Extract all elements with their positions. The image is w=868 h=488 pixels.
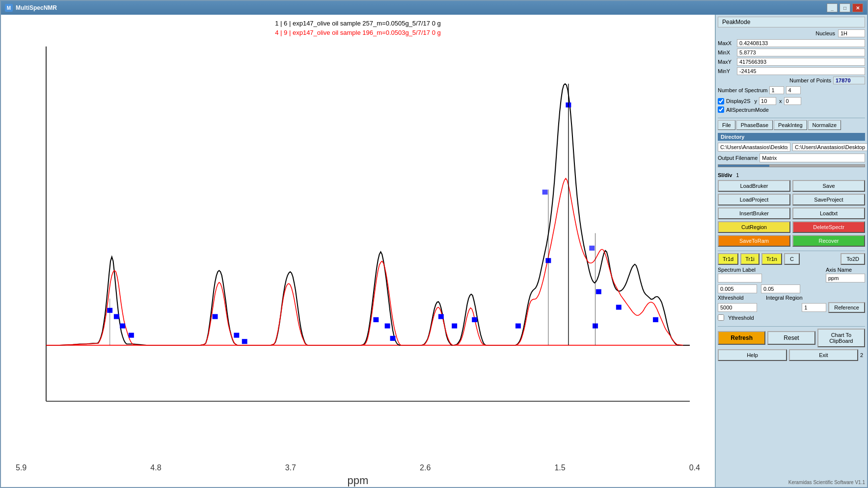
to2d-button[interactable]: To2D xyxy=(841,253,865,265)
minx-input[interactable] xyxy=(737,49,865,56)
maxx-label: MaxX xyxy=(718,40,735,46)
tr1i-button[interactable]: Tr1i xyxy=(740,253,760,265)
x-label-04: 0.4 xyxy=(689,463,700,472)
all-spectrum-checkbox[interactable] xyxy=(718,106,724,113)
sldiv-value: 1 xyxy=(736,172,739,178)
phase-base-menu[interactable]: PhaseBase xyxy=(736,120,773,130)
reference-input[interactable] xyxy=(802,303,826,312)
svg-rect-21 xyxy=(616,305,622,309)
progress-fill xyxy=(718,165,769,167)
recover-button[interactable]: Recover xyxy=(792,235,865,247)
version-num: 2 xyxy=(860,352,865,358)
xthreshold-row xyxy=(718,284,865,293)
maximize-button[interactable]: □ xyxy=(840,3,850,12)
label-row: Xthreshold Integral Region xyxy=(718,295,865,301)
reference-button[interactable]: Reference xyxy=(828,302,865,313)
right-panel: PeakMode Nucleus MaxX MinX MaxY MinY xyxy=(715,15,867,487)
directory-dropdown[interactable]: C:\Users\Anastasios\Desktop xyxy=(792,143,867,151)
output-label: Output Filename xyxy=(718,155,758,161)
ythreshold-row: Reference xyxy=(718,302,865,313)
svg-rect-17 xyxy=(515,323,521,328)
file-menu[interactable]: File xyxy=(718,120,735,130)
tr1n-button[interactable]: Tr1n xyxy=(761,253,782,265)
transform-row: Tr1d Tr1i Tr1n C To2D xyxy=(718,253,865,265)
minimize-button[interactable]: _ xyxy=(827,3,838,12)
normalize-menu[interactable]: Normalize xyxy=(808,120,841,130)
num-spectrum-label: Number of Spectrum xyxy=(718,87,767,93)
save-to-ram-button[interactable]: SaveToRam xyxy=(718,235,790,247)
maxx-input[interactable] xyxy=(737,39,865,47)
save-button[interactable]: Save xyxy=(792,180,865,192)
xthreshold-input[interactable] xyxy=(718,284,757,293)
chart-title-black: 1 | 6 | exp147_olive oil sample 257_m=0.… xyxy=(6,20,710,27)
svg-rect-11 xyxy=(373,317,379,322)
loadtxt-button[interactable]: Loadtxt xyxy=(792,207,865,219)
cut-delete-row: CutRegion DeleteSpectr xyxy=(718,221,865,233)
x-label-48: 4.8 xyxy=(150,463,161,472)
svg-rect-14 xyxy=(452,323,457,328)
output-input[interactable] xyxy=(760,154,865,162)
menu-bar: File PhaseBase PeakInteg Normalize xyxy=(718,120,865,130)
peak-integ-menu[interactable]: PeakInteg xyxy=(774,120,807,130)
insert-bruker-button[interactable]: InsertBruker xyxy=(718,207,790,219)
maxy-input[interactable] xyxy=(737,58,865,66)
sldiv-label: Sl/div xyxy=(718,172,732,178)
directory-input[interactable] xyxy=(718,143,790,152)
app-icon: M xyxy=(5,4,13,12)
spectrum-label-input[interactable] xyxy=(718,274,762,283)
nucleus-input[interactable] xyxy=(838,29,865,37)
spectrum-label-text: Spectrum Label xyxy=(718,267,762,273)
help-exit-row: Help Exit 2 xyxy=(718,349,865,361)
spectrum-label-group: Spectrum Label xyxy=(718,267,762,283)
cut-region-button[interactable]: CutRegion xyxy=(718,221,790,233)
svg-rect-20 xyxy=(596,289,601,294)
display2s-checkbox[interactable] xyxy=(718,98,724,104)
svg-rect-8 xyxy=(213,314,218,319)
exit-button[interactable]: Exit xyxy=(789,349,858,361)
save-project-button[interactable]: SaveProject xyxy=(792,194,865,205)
x-label: x xyxy=(779,98,782,104)
svg-rect-6 xyxy=(120,323,125,328)
load-bruker-button[interactable]: LoadBruker xyxy=(718,180,790,192)
svg-rect-15 xyxy=(472,317,477,322)
directory-row: C:\Users\Anastasios\Desktop ..... xyxy=(718,143,865,152)
c-button[interactable]: C xyxy=(784,253,800,265)
ythreshold-checkbox[interactable] xyxy=(718,314,724,321)
y-label: y xyxy=(755,98,758,104)
version-footer: Keramidas Scientific Software V1.1 xyxy=(718,478,865,485)
threshold-section: Xthreshold Integral Region Reference Yth… xyxy=(718,284,865,322)
refresh-button[interactable]: Refresh xyxy=(718,331,765,345)
svg-rect-12 xyxy=(385,323,390,328)
help-button[interactable]: Help xyxy=(718,349,787,361)
close-button[interactable]: ✕ xyxy=(852,3,863,12)
spectrum-axis-row: Spectrum Label Axis Name xyxy=(718,267,865,283)
maxy-label: MaxY xyxy=(718,59,735,65)
num-spectrum-right[interactable] xyxy=(786,86,801,94)
integral-region-input[interactable] xyxy=(761,284,800,293)
x-label-15: 1.5 xyxy=(554,463,565,472)
minx-label: MinX xyxy=(718,50,735,55)
progress-bar xyxy=(718,164,865,167)
delete-spectr-button[interactable]: DeleteSpectr xyxy=(792,221,865,233)
x-input[interactable] xyxy=(784,97,801,105)
num-spectrum-left[interactable] xyxy=(769,86,784,94)
miny-input[interactable] xyxy=(737,67,865,75)
svg-rect-16 xyxy=(390,336,396,341)
directory-header: Directory xyxy=(718,133,865,141)
save-recover-row: SaveToRam Recover xyxy=(718,235,865,247)
reset-button[interactable]: Reset xyxy=(767,331,815,345)
num-points-input[interactable] xyxy=(833,77,865,84)
divider-2 xyxy=(718,251,865,251)
chart-clipboard-button[interactable]: Chart To ClipBoard xyxy=(817,329,865,347)
load-project-button[interactable]: LoadProject xyxy=(718,194,790,205)
sldiv-section: Sl/div 1 xyxy=(718,172,865,178)
y-input[interactable] xyxy=(759,97,776,105)
divider-3 xyxy=(718,326,865,327)
axis-name-input[interactable] xyxy=(826,274,865,283)
nmr-chart xyxy=(6,40,710,463)
ythreshold-input[interactable] xyxy=(718,303,757,312)
divider-1 xyxy=(718,118,865,118)
load-save-grid: LoadBruker Save LoadProject SaveProject … xyxy=(718,180,865,219)
output-row: Output Filename xyxy=(718,154,865,162)
tr1d-button[interactable]: Tr1d xyxy=(718,253,738,265)
